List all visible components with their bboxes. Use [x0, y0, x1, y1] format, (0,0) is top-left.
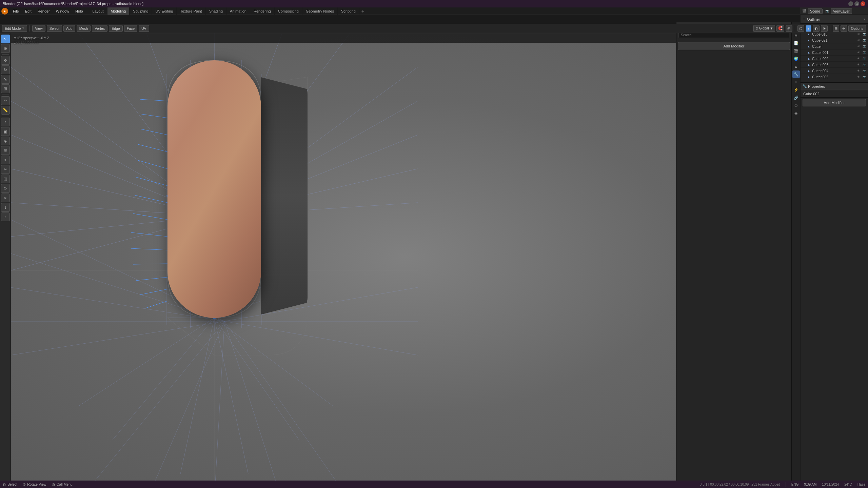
outliner-item-3[interactable]: ▲Cutter.001👁📷 [801, 49, 868, 56]
tool-measure[interactable]: 📏 [1, 106, 10, 115]
add-menu[interactable]: Add [63, 25, 75, 32]
tab-texture-paint[interactable]: Texture Paint [177, 7, 205, 15]
outliner-item-5[interactable]: ▲Cutter.003👁📷 [801, 62, 868, 68]
item-visibility-2[interactable]: 👁 [857, 45, 861, 48]
scene-label[interactable]: Scene [808, 8, 823, 14]
outliner-filter-icon[interactable]: ▼ [863, 18, 866, 21]
uv-menu[interactable]: UV [139, 25, 149, 32]
menu-file[interactable]: File [10, 8, 22, 14]
wireframe-toggle[interactable]: ⬡ [797, 25, 804, 32]
tool-annotate[interactable]: ✏ [1, 96, 10, 105]
tool-rotate[interactable]: ↻ [1, 65, 10, 74]
select-menu[interactable]: Select [47, 25, 62, 32]
item-name-7: Cutter.005 [812, 75, 856, 79]
item-render-1[interactable]: 📷 [863, 39, 867, 42]
prop-view-layer[interactable]: 📑 [792, 39, 800, 47]
add-mod-btn[interactable]: Add Modifier [803, 99, 866, 106]
tool-cursor[interactable]: ⊕ [1, 44, 10, 53]
prop-material[interactable]: ◉ [792, 109, 800, 117]
status-rotate-text: Rotate View [27, 482, 46, 486]
maximize-button[interactable]: □ [854, 1, 859, 6]
viewlayer-icon: 📷 [825, 9, 829, 13]
mesh-menu[interactable]: Mesh [77, 25, 91, 32]
item-render-8[interactable]: 📷 [863, 81, 867, 82]
item-render-3[interactable]: 📷 [863, 51, 867, 54]
item-visibility-3[interactable]: 👁 [857, 51, 861, 54]
menu-edit[interactable]: Edit [22, 8, 34, 14]
tool-move[interactable]: ✥ [1, 56, 10, 65]
tool-shrink-fatten[interactable]: ≀ [1, 212, 10, 221]
outliner-item-4[interactable]: ▲Cutter.002👁📷 [801, 56, 868, 62]
show-overlays[interactable]: ⊞ [833, 25, 839, 32]
prop-object[interactable]: ▲ [792, 63, 800, 70]
tool-scale[interactable]: ⤡ [1, 75, 10, 84]
viewlayer-label[interactable]: ViewLayer [831, 8, 852, 14]
prop-constraints[interactable]: 🔗 [792, 94, 800, 101]
menu-help[interactable]: Help [73, 8, 86, 14]
tab-sculpting[interactable]: Sculpting [130, 7, 152, 15]
outliner-item-6[interactable]: ▲Cutter.004👁📷 [801, 68, 868, 74]
tool-bevel[interactable]: ◈ [1, 137, 10, 145]
close-button[interactable]: ✕ [861, 1, 865, 6]
material-preview[interactable]: ◐ [813, 25, 820, 32]
tab-scripting[interactable]: Scripting [338, 7, 359, 15]
tool-inset[interactable]: ▣ [1, 127, 10, 136]
tab-modeling[interactable]: Modeling [107, 7, 130, 15]
prop-modifiers[interactable]: 🔧 [792, 70, 800, 78]
pivot-dropdown[interactable]: ⊙ Global ▼ [753, 25, 775, 32]
minimize-button[interactable]: ─ [848, 1, 853, 6]
show-gizmos[interactable]: ✛ [841, 25, 847, 32]
options-menu[interactable]: Options [848, 25, 866, 32]
tool-offset-edge[interactable]: ⌖ [1, 156, 10, 164]
tool-knife[interactable]: ✂ [1, 165, 10, 174]
tool-transform[interactable]: ⊞ [1, 84, 10, 93]
tab-animation[interactable]: Animation [226, 7, 250, 15]
tab-shading[interactable]: Shading [206, 7, 226, 15]
prop-world[interactable]: 🌍 [792, 55, 800, 62]
prop-particles[interactable]: ✦ [792, 78, 800, 86]
mode-selector[interactable]: Edit Mode ▼ [2, 25, 27, 32]
proportional-edit[interactable]: ◎ [786, 25, 792, 32]
tool-smooth[interactable]: ≈ [1, 194, 10, 202]
item-render-2[interactable]: 📷 [863, 45, 867, 48]
outliner-item-1[interactable]: ▲Cube.021👁📷 [801, 37, 868, 43]
face-menu[interactable]: Face [124, 25, 137, 32]
outliner-item-7[interactable]: ▲Cutter.005👁📷 [801, 74, 868, 80]
add-workspace[interactable]: + [359, 8, 366, 15]
tab-geometry-nodes[interactable]: Geometry Nodes [302, 7, 338, 15]
item-render-4[interactable]: 📷 [863, 57, 867, 60]
snap-toggle[interactable]: 🧲 [776, 25, 784, 32]
menu-render[interactable]: Render [35, 8, 53, 14]
tab-rendering[interactable]: Rendering [250, 7, 275, 15]
item-visibility-4[interactable]: 👁 [857, 57, 861, 60]
menu-window[interactable]: Window [53, 8, 72, 14]
item-render-7[interactable]: 📷 [863, 75, 867, 78]
rendered-preview[interactable]: ☀ [821, 25, 828, 32]
solid-mode[interactable]: ● [806, 25, 811, 32]
item-visibility-1[interactable]: 👁 [857, 39, 861, 42]
item-visibility-7[interactable]: 👁 [857, 75, 861, 79]
item-render-6[interactable]: 📷 [863, 69, 867, 72]
vertex-menu[interactable]: Vertex [92, 25, 107, 32]
tool-extrude[interactable]: ↑ [1, 118, 10, 126]
prop-physics[interactable]: ⚡ [792, 86, 800, 94]
outliner-item-8[interactable]: ▲Cutter.006👁📷 [801, 80, 868, 82]
view-menu[interactable]: View [32, 25, 45, 32]
item-render-5[interactable]: 📷 [863, 63, 867, 66]
item-visibility-5[interactable]: 👁 [857, 63, 861, 66]
tool-loop-cut[interactable]: ≋ [1, 146, 10, 155]
tool-select[interactable]: ↖ [1, 35, 10, 43]
prop-data[interactable]: ⬡ [792, 102, 800, 109]
tab-layout[interactable]: Layout [89, 7, 107, 15]
tool-spin[interactable]: ⟳ [1, 184, 10, 193]
edge-menu[interactable]: Edge [109, 25, 123, 32]
tab-uv-editing[interactable]: UV Editing [152, 7, 177, 15]
tab-compositing[interactable]: Compositing [275, 7, 302, 15]
outliner-item-2[interactable]: ▲Cutter👁📷 [801, 43, 868, 49]
add-modifier-button[interactable]: Add Modifier [678, 42, 790, 50]
item-visibility-8[interactable]: 👁 [857, 81, 861, 82]
tool-poly-build[interactable]: ◫ [1, 175, 10, 183]
prop-scene[interactable]: 🎬 [792, 47, 800, 55]
tool-edge-slide[interactable]: ⤵ [1, 203, 10, 212]
item-visibility-6[interactable]: 👁 [857, 69, 861, 73]
